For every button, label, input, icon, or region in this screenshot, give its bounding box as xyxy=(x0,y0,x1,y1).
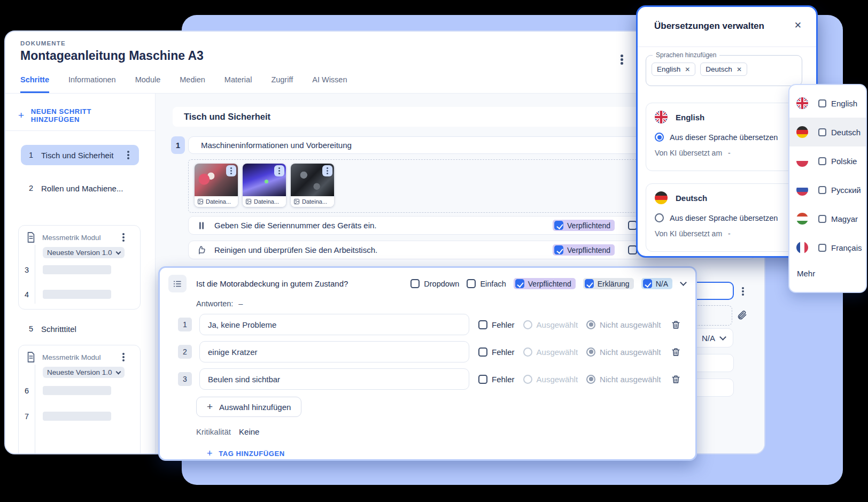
checkbox-icon xyxy=(467,279,476,288)
delete-answer-trash-icon[interactable] xyxy=(671,320,681,330)
multiple-choice-list-icon[interactable] xyxy=(168,275,187,292)
add-step-button[interactable]: + NEUEN SCHRITT HINZUFÜGEN xyxy=(18,107,141,123)
error-checkbox[interactable]: Fehler xyxy=(478,375,515,384)
question-menu-kebab-icon[interactable] xyxy=(742,290,744,292)
attachment-thumbnail[interactable]: Dateina... xyxy=(195,164,238,207)
selected-radio[interactable]: Ausgewählt xyxy=(523,320,578,329)
selected-radio[interactable]: Ausgewählt xyxy=(523,347,578,357)
dropdown-item-deutsch[interactable]: Deutsch xyxy=(789,118,866,146)
option-na-checkbox[interactable]: N/A xyxy=(641,278,672,289)
close-icon[interactable]: ✕ xyxy=(794,20,802,31)
tab-material[interactable]: Material xyxy=(224,75,252,93)
thumb-up-icon xyxy=(196,245,207,256)
step-label: Schritttitel xyxy=(41,325,76,334)
tab-zugriff[interactable]: Zugriff xyxy=(271,75,293,93)
sidebar-item-step-7[interactable]: 7 xyxy=(19,412,111,421)
paperclip-icon[interactable] xyxy=(737,310,747,320)
option-label: N/A xyxy=(656,280,668,288)
selected-radio[interactable]: Ausgewählt xyxy=(523,375,578,384)
tab-schritte[interactable]: Schritte xyxy=(20,75,49,93)
add-tag-label: TAG HINZUFÜGEN xyxy=(219,450,285,458)
option-dropdown-checkbox[interactable]: Dropdown xyxy=(410,279,459,288)
dropdown-item-polskie[interactable]: Polskie xyxy=(789,146,866,175)
not-selected-radio[interactable]: Nicht ausgewählt xyxy=(586,320,661,329)
mandatory-checkbox[interactable]: Verpflichtend xyxy=(553,244,615,256)
answers-value: – xyxy=(238,299,243,308)
uk-flag-icon xyxy=(655,111,668,123)
option-einfach-checkbox[interactable]: Einfach xyxy=(467,279,506,288)
dropdown-item-francais[interactable]: Français xyxy=(789,233,866,262)
dropdown-item-magyar[interactable]: Magyar xyxy=(789,204,866,233)
language-chip-english: English ✕ xyxy=(652,63,695,76)
answer-text-input[interactable]: einige Kratzer xyxy=(199,341,469,362)
delete-answer-trash-icon[interactable] xyxy=(671,347,681,357)
dropdown-item-english[interactable]: English xyxy=(789,89,866,118)
tab-module[interactable]: Module xyxy=(135,75,161,93)
dropdown-more-link[interactable]: Mehr xyxy=(789,262,866,284)
remove-chip-icon[interactable]: ✕ xyxy=(685,66,690,73)
step-title-placeholder xyxy=(43,412,111,421)
error-checkbox[interactable]: Fehler xyxy=(478,347,515,357)
answer-row-1: 1 Ja, keine Probleme Fehler Ausgewählt N… xyxy=(178,314,688,335)
tab-medien[interactable]: Medien xyxy=(180,75,205,93)
attachment-menu-kebab-icon[interactable] xyxy=(226,165,236,176)
hungary-flag-icon xyxy=(796,213,808,225)
step-number-badge: 1 xyxy=(171,136,185,154)
add-tag-button[interactable]: + TAG HINZUFÜGEN xyxy=(207,448,688,459)
sidebar-item-step-6[interactable]: 6 xyxy=(19,386,111,395)
sidebar-divider xyxy=(5,130,155,131)
not-selected-radio[interactable]: Nicht ausgewählt xyxy=(586,347,661,357)
sidebar-item-step-3[interactable]: 3 xyxy=(19,265,111,274)
attachment-menu-kebab-icon[interactable] xyxy=(274,165,284,176)
option-verpflichtend-checkbox[interactable]: Verpflichtend xyxy=(514,278,576,289)
dropdown-item-russkiy[interactable]: Русский xyxy=(789,175,866,204)
answer-text-input[interactable]: Beulen sind sichtbar xyxy=(199,368,469,390)
sidebar-item-step-2[interactable]: 2 Rollen und Machiene... xyxy=(21,178,123,198)
ai-translated-row: Von KI übersetzt am - xyxy=(655,229,793,238)
answer-text-input[interactable]: Ja, keine Probleme xyxy=(199,314,469,335)
checkbox-icon xyxy=(410,279,420,288)
attachment-filename: Dateina... xyxy=(254,198,279,205)
chip-label: Deutsch xyxy=(706,65,732,73)
collapse-chevron-icon[interactable] xyxy=(680,279,687,286)
delete-answer-trash-icon[interactable] xyxy=(671,374,681,384)
tab-ai-wissen[interactable]: AI Wissen xyxy=(312,75,347,93)
document-menu-kebab-icon[interactable] xyxy=(621,58,623,61)
question-text[interactable]: Ist die Motorabdeckung in gutem Zustand? xyxy=(196,279,348,288)
translate-from-radio[interactable]: Aus dieser Sprache übersetzen xyxy=(655,213,793,222)
checkbox-checked-icon xyxy=(554,245,563,254)
criticality-row[interactable]: Kritikalität Keine xyxy=(196,427,688,436)
error-checkbox[interactable]: Fehler xyxy=(478,320,515,329)
language-name: English xyxy=(676,113,704,122)
sidebar-item-step-4[interactable]: 4 xyxy=(19,290,111,299)
option-label: Verpflichtend xyxy=(528,280,571,288)
dropdown-item-label: English xyxy=(831,99,857,108)
radio-icon xyxy=(523,375,532,384)
attachment-filename: Dateina... xyxy=(206,198,231,205)
step-menu-kebab-icon[interactable] xyxy=(127,154,129,156)
sidebar-item-step-5[interactable]: 5 Schritttitel xyxy=(21,319,76,339)
ai-translated-label: Von KI übersetzt am xyxy=(655,149,722,157)
version-dropdown[interactable]: Neueste Version 1.0 xyxy=(43,247,125,258)
attachment-thumbnail[interactable]: Dateina... xyxy=(243,164,286,207)
module-menu-kebab-icon[interactable] xyxy=(122,356,125,358)
page-title: Montageanleitung Maschine A3 xyxy=(20,49,204,63)
languages-field[interactable]: Sprachen hinzufügen English ✕ Deutsch ✕ xyxy=(646,55,802,86)
option-erklaerung-checkbox[interactable]: Erklärung xyxy=(583,278,634,289)
add-choice-button[interactable]: + Auswahl hinzufügen xyxy=(196,397,301,417)
version-dropdown[interactable]: Neueste Version 1.0 xyxy=(43,367,125,378)
ai-translated-value: - xyxy=(728,229,731,238)
tab-informationen[interactable]: Informationen xyxy=(68,75,116,93)
uk-flag-icon xyxy=(796,97,808,109)
attachment-thumbnail[interactable]: Dateina... xyxy=(291,164,334,207)
attachment-menu-kebab-icon[interactable] xyxy=(322,165,332,176)
module-menu-kebab-icon[interactable] xyxy=(122,236,125,238)
checkbox-checked-icon xyxy=(554,221,563,230)
not-selected-radio[interactable]: Nicht ausgewählt xyxy=(586,375,661,384)
answer-number-badge: 1 xyxy=(178,318,192,331)
translate-from-radio[interactable]: Aus dieser Sprache übersetzen xyxy=(655,133,793,142)
mandatory-checkbox[interactable]: Verpflichtend xyxy=(553,220,615,231)
sidebar-item-step-1[interactable]: 1 Tisch und Sicherheit xyxy=(21,145,139,165)
remove-chip-icon[interactable]: ✕ xyxy=(737,66,742,73)
dropdown-item-label: Deutsch xyxy=(831,128,861,137)
